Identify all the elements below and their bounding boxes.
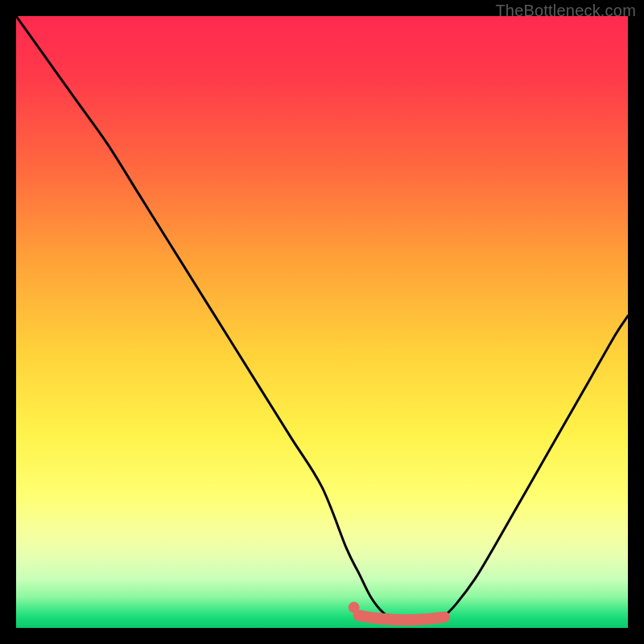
sweet-spot-start-dot	[349, 602, 360, 613]
bottleneck-curve	[16, 16, 628, 622]
curve-layer	[16, 16, 628, 628]
sweet-spot-marker	[359, 616, 444, 621]
plot-area	[16, 16, 628, 628]
watermark-text: TheBottleneck.com	[495, 2, 636, 20]
chart-frame: TheBottleneck.com	[0, 0, 644, 644]
